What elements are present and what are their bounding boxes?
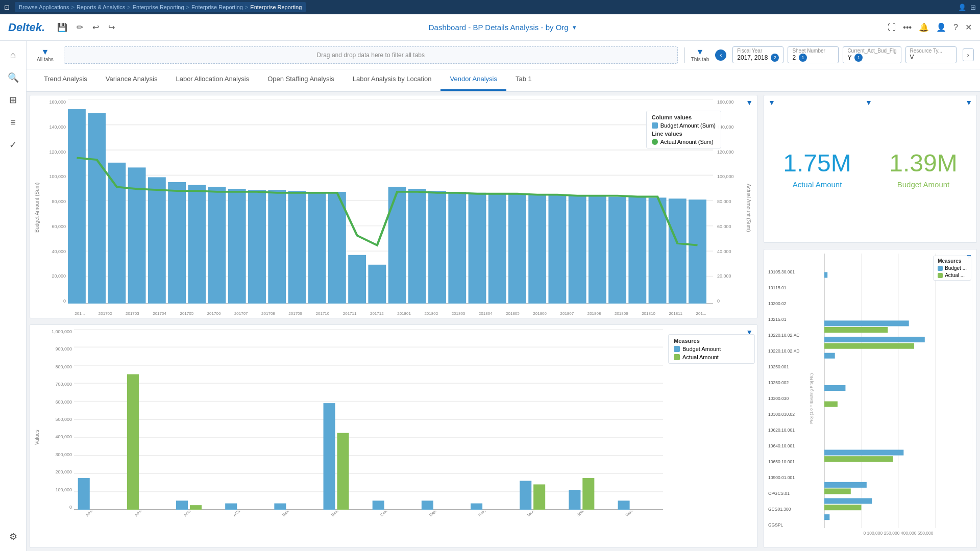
right-y-label: Proj (1.0 = Existing Proj Nr.) [809, 373, 814, 424]
close-icon[interactable]: ✕ [965, 22, 972, 32]
right-y-axis: 10105.30.001 10115.01 10200.02 10215.01 … [768, 254, 824, 543]
filter-chip-fiscal-year[interactable]: Fiscal Year 2017, 2018 2 [732, 46, 783, 63]
filter-prev-btn[interactable]: ‹ [715, 49, 726, 61]
y-axis-label-left: Budget Amount (Sum) [32, 99, 41, 316]
sidebar-grid-icon[interactable]: ⊞ [4, 91, 22, 109]
svg-rect-82 [824, 456, 893, 462]
kpi-left-filter[interactable]: ▼ [768, 98, 775, 107]
breadcrumb-item-4[interactable]: Enterprise Reporting [191, 4, 243, 10]
filter-nav: ‹ [715, 49, 726, 61]
filter-drop-area[interactable]: Drag and drop data here to filter all ta… [64, 46, 678, 64]
kpi-panel: ▼ ▼ ▼ 1.75M Actual Amount 1.39M Budget A… [764, 95, 977, 243]
kpi-actual: 1.75M Actual Amount [764, 95, 870, 242]
svg-rect-33 [548, 195, 566, 304]
filter-chip-resource[interactable]: Resource Ty... V [905, 46, 957, 63]
tab-open-staffing[interactable]: Open Staffing Analysis [258, 68, 344, 91]
tab-vendor[interactable]: Vendor Analysis [440, 68, 506, 91]
svg-rect-39 [669, 198, 687, 304]
svg-rect-57 [274, 504, 286, 510]
title-dropdown-arrow[interactable]: ▾ [573, 23, 576, 31]
kpi-budget-value: 1.39M [889, 149, 957, 177]
svg-rect-77 [824, 343, 914, 349]
top-left-filter-icon[interactable]: ▼ [746, 98, 753, 107]
sidebar-home-icon[interactable]: ⌂ [4, 46, 22, 64]
kpi-right-filter[interactable]: ▼ [965, 98, 972, 107]
tab-variance[interactable]: Variance Analysis [96, 68, 167, 91]
svg-rect-81 [824, 450, 903, 456]
filter-chip-act-bud-badge: 1 [854, 54, 863, 62]
breadcrumb-sep-2: > [127, 4, 130, 10]
svg-rect-65 [569, 490, 580, 510]
help-icon[interactable]: ? [953, 23, 958, 32]
kpi-actual-label: Actual Amount [793, 180, 842, 189]
more-icon[interactable]: ••• [903, 23, 912, 32]
save-icon[interactable]: 💾 [55, 20, 69, 34]
filter-chip-fiscal-value: 2017, 2018 2 [737, 54, 779, 62]
sidebar-check-icon[interactable]: ✓ [4, 136, 22, 154]
top-bar-icons: 👤 ⊞ [958, 4, 976, 11]
breadcrumb-item-2[interactable]: Reports & Analytics [77, 4, 125, 10]
sidebar-search-icon[interactable]: 🔍 [4, 68, 22, 87]
header-center: Dashboard - BP Details Analysis - by Org… [117, 23, 888, 32]
filter-bar: ▼ All tabs Drag and drop data here to fi… [27, 41, 980, 69]
kpi-budget-label: Budget Amount [897, 180, 950, 189]
svg-rect-40 [689, 199, 706, 304]
sidebar-data-icon[interactable]: ≡ [4, 113, 22, 132]
legend-line-title: Line values [652, 131, 716, 137]
filter-more-btn[interactable]: › [963, 48, 974, 61]
bottom-chart-svg [74, 329, 663, 510]
filter-all-tabs[interactable]: ▼ All tabs [33, 45, 58, 64]
svg-rect-80 [824, 402, 838, 407]
svg-rect-67 [618, 500, 630, 510]
right-side: ▼ ▼ ▼ 1.75M Actual Amount 1.39M Budget A… [761, 92, 980, 551]
filter-chip-resource-label: Resource Ty... [910, 48, 952, 54]
legend-actual-circle [652, 139, 658, 145]
svg-rect-13 [148, 177, 166, 304]
undo-icon[interactable]: ↩ [90, 20, 101, 34]
tab-labor-alloc[interactable]: Labor Allocation Analysis [166, 68, 258, 91]
user-icon[interactable]: 👤 [958, 4, 966, 11]
svg-rect-32 [528, 195, 546, 304]
svg-rect-18 [248, 190, 266, 304]
svg-rect-35 [589, 196, 606, 304]
svg-rect-24 [368, 265, 386, 304]
x-axis-values: 201...2017022017032017042017052017062017… [68, 305, 713, 316]
svg-rect-36 [608, 196, 626, 304]
redo-icon[interactable]: ↪ [106, 20, 117, 34]
bottom-y-axis: 1,000,000900,000800,000700,000600,000500… [41, 329, 74, 510]
svg-rect-30 [488, 194, 506, 304]
deltek-logo: Deltek. [8, 21, 45, 34]
breadcrumb-item-5[interactable]: Enterprise Reporting [250, 4, 302, 10]
tab-labor-location[interactable]: Labor Analysis by Location [344, 68, 441, 91]
tab-bar: Trend Analysis Variance Analysis Labor A… [27, 69, 980, 92]
filter-chip-resource-value: V [910, 54, 952, 61]
right-x-axis-label: 0 100,000 250,000 400,000 550,000 [824, 530, 972, 536]
account-icon[interactable]: 👤 [936, 22, 946, 32]
filter-chip-act-bud[interactable]: Current_Act_Bud_Flg Y 1 [843, 46, 901, 63]
svg-rect-11 [108, 163, 126, 304]
svg-rect-58 [324, 403, 335, 510]
sidebar-settings-icon[interactable]: ⚙ [4, 528, 22, 546]
svg-rect-66 [582, 478, 594, 510]
bottom-chart-inner: 1,000,000900,000800,000700,000600,000500… [41, 329, 755, 545]
expand-icon[interactable]: ⛶ [888, 23, 896, 32]
tab-tab1[interactable]: Tab 1 [506, 68, 541, 91]
svg-rect-23 [348, 255, 366, 304]
filter-this-tab[interactable]: ▼ This tab [691, 47, 709, 62]
bottom-legend-actual: Actual Amount [674, 354, 749, 360]
filter-drop-text: Drag and drop data here to filter all ta… [317, 52, 425, 59]
svg-rect-21 [308, 192, 326, 304]
grid-icon[interactable]: ⊞ [970, 4, 976, 11]
top-chart-svg [68, 99, 713, 304]
filter-chips: Fiscal Year 2017, 2018 2 Sheet Number 2 … [732, 46, 956, 63]
edit-icon[interactable]: ✏ [75, 20, 85, 34]
kpi-top-filter[interactable]: ▼ [865, 98, 872, 107]
breadcrumb-item-3[interactable]: Enterprise Reporting [133, 4, 184, 10]
filter-chip-sheet[interactable]: Sheet Number 2 1 [788, 46, 839, 63]
breadcrumb-item-1[interactable]: Browse Applications [19, 4, 69, 10]
bottom-chart-legend: Measures Budget Amount Actual Amount [668, 334, 755, 364]
notification-icon[interactable]: 🔔 [919, 22, 929, 32]
filter-all-label: All tabs [37, 57, 54, 62]
right-chart-area: 10105.30.001 10115.01 10200.02 10215.01 … [768, 254, 972, 543]
tab-trend[interactable]: Trend Analysis [35, 68, 96, 91]
